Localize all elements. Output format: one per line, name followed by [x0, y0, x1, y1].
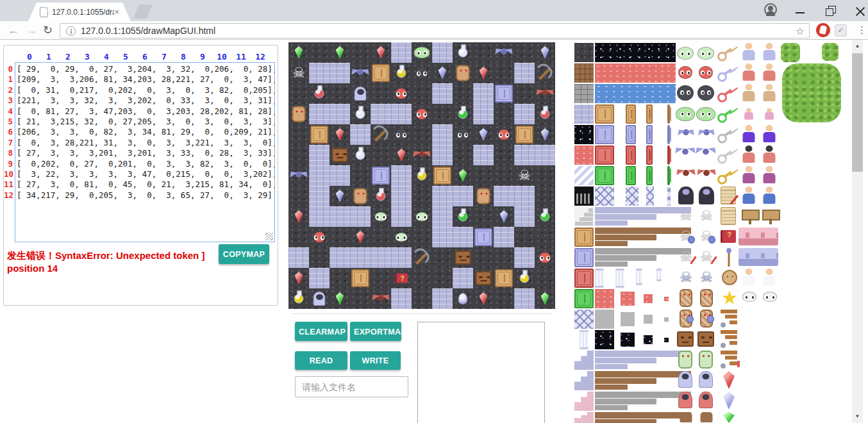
palette-sprite[interactable] [646, 145, 653, 165]
palette-sprite[interactable] [722, 290, 737, 306]
map-tile[interactable] [535, 206, 555, 227]
palette-sprite[interactable] [678, 129, 694, 138]
map-tile[interactable] [330, 42, 350, 63]
map-tile[interactable] [412, 288, 432, 309]
map-tile[interactable] [330, 186, 350, 206]
map-tile[interactable] [288, 165, 309, 186]
palette-sprite[interactable] [762, 63, 777, 81]
map-tile[interactable] [514, 83, 535, 104]
browser-tab[interactable]: 127.0.0.1:1055/drawMa × [28, 3, 131, 21]
map-tile[interactable] [309, 186, 330, 206]
palette-sprite[interactable] [678, 228, 694, 245]
map-tile[interactable] [371, 206, 391, 227]
map-tile[interactable] [412, 247, 432, 268]
palette-sprite[interactable] [574, 412, 594, 423]
map-tile[interactable] [494, 104, 514, 124]
map-tile[interactable] [309, 165, 330, 186]
palette-sprite[interactable] [699, 392, 713, 408]
map-tile[interactable] [330, 124, 350, 145]
map-tile[interactable] [494, 206, 514, 227]
map-tile[interactable] [432, 165, 453, 186]
palette-sprite[interactable] [621, 292, 635, 306]
map-tile[interactable] [432, 42, 453, 63]
map-tile[interactable] [473, 186, 494, 206]
palette-sprite[interactable] [699, 66, 713, 79]
scroll-up-icon[interactable]: ▲ [852, 41, 863, 51]
map-tile[interactable] [473, 124, 494, 145]
map-tile[interactable] [412, 104, 432, 124]
palette-sprite[interactable] [680, 289, 692, 307]
map-tile[interactable] [330, 268, 350, 288]
map-tile[interactable] [371, 42, 391, 63]
map-tile[interactable] [494, 42, 514, 63]
palette-sprite[interactable] [741, 269, 756, 286]
palette-sprite[interactable] [721, 310, 737, 328]
map-tile[interactable] [330, 145, 350, 165]
map-tile[interactable] [391, 83, 412, 104]
palette-sprite[interactable] [762, 269, 777, 286]
palette-sprite[interactable] [646, 125, 653, 144]
map-tile[interactable] [535, 83, 555, 104]
map-tile[interactable] [288, 145, 309, 165]
map-tile[interactable] [391, 227, 412, 247]
palette-sprite[interactable] [595, 371, 691, 390]
map-tile[interactable] [330, 165, 350, 186]
palette-sprite[interactable] [678, 207, 694, 225]
map-tile[interactable] [535, 165, 555, 186]
palette-sprite[interactable] [721, 230, 736, 243]
map-tile[interactable] [350, 288, 371, 309]
palette-sprite[interactable] [574, 187, 594, 206]
new-tab-button[interactable] [133, 4, 153, 19]
exportmap-button[interactable]: EXPORTMAP [350, 322, 401, 341]
map-tile[interactable] [453, 206, 473, 227]
address-bar[interactable]: 127.0.0.1:1055/drawMapGUI.html ☆ [60, 23, 810, 38]
reload-icon[interactable]: ↻ [43, 22, 53, 38]
map-tile[interactable] [514, 186, 535, 206]
palette-sprite[interactable] [574, 351, 594, 370]
palette-sprite[interactable] [595, 104, 614, 124]
palette-sprite[interactable] [741, 187, 756, 204]
map-tile[interactable] [288, 227, 309, 247]
map-tile[interactable] [412, 42, 432, 63]
palette-sprite[interactable] [677, 331, 694, 347]
map-tile[interactable] [350, 145, 371, 165]
palette-sprite[interactable] [574, 248, 594, 267]
palette-sprite[interactable] [762, 207, 780, 225]
map-tile[interactable] [350, 268, 371, 288]
map-tile[interactable] [514, 288, 535, 309]
map-tile[interactable] [494, 186, 514, 206]
map-tile[interactable] [371, 268, 391, 288]
map-tile[interactable] [514, 268, 535, 288]
palette-sprite[interactable] [762, 145, 777, 163]
palette-sprite[interactable] [574, 63, 594, 83]
palette-sprite[interactable] [621, 312, 635, 326]
map-tile[interactable] [453, 42, 473, 63]
palette-sprite[interactable] [574, 207, 594, 226]
map-tile[interactable] [288, 104, 309, 124]
palette-sprite[interactable] [699, 129, 714, 138]
map-tile[interactable] [432, 227, 453, 247]
map-tile[interactable] [535, 63, 555, 83]
palette-sprite[interactable] [678, 392, 692, 408]
map-tile[interactable] [412, 165, 432, 186]
palette-sprite[interactable] [664, 297, 669, 301]
map-tile[interactable] [473, 104, 494, 124]
palette-sprite[interactable] [626, 104, 636, 124]
palette-sprite[interactable] [595, 269, 604, 288]
map-tile[interactable] [473, 206, 494, 227]
map-tile[interactable] [288, 247, 309, 268]
map-tile[interactable] [453, 165, 473, 186]
map-tile[interactable] [535, 227, 555, 247]
map-tile[interactable] [412, 145, 432, 165]
palette-sprite[interactable] [762, 43, 777, 61]
map-tile[interactable] [391, 268, 412, 288]
map-tile[interactable] [309, 247, 330, 268]
map-tile[interactable] [453, 247, 473, 268]
map-tile[interactable] [309, 104, 330, 124]
map-tile[interactable] [350, 206, 371, 227]
map-tile[interactable] [288, 42, 309, 63]
map-tile[interactable] [309, 124, 330, 145]
palette-sprite[interactable] [678, 412, 694, 423]
palette-sprite[interactable] [741, 207, 759, 225]
map-tile[interactable] [412, 124, 432, 145]
